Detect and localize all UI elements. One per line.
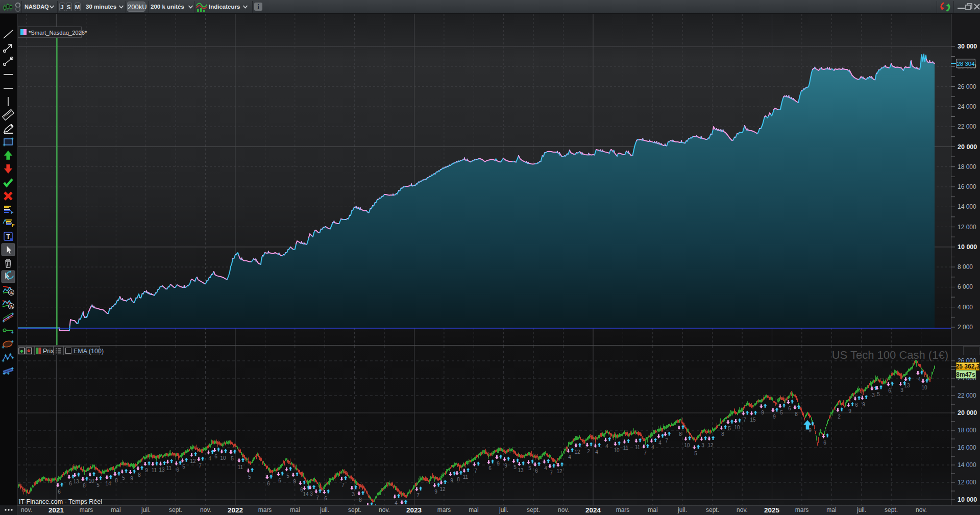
svg-text:Prix: Prix	[43, 348, 54, 355]
svg-text:9: 9	[293, 479, 296, 484]
svg-text:7: 7	[416, 493, 420, 498]
svg-text:2 000: 2 000	[958, 324, 973, 331]
svg-text:US Tech 100 Cash (1€): US Tech 100 Cash (1€)	[832, 349, 948, 361]
svg-text:12: 12	[439, 486, 446, 492]
svg-text:3: 3	[310, 491, 313, 497]
svg-text:12: 12	[574, 449, 580, 455]
svg-text:8: 8	[359, 497, 362, 503]
svg-text:7: 7	[474, 468, 477, 474]
svg-text:5: 5	[780, 410, 783, 415]
svg-text:4: 4	[918, 377, 921, 382]
svg-text:24 000: 24 000	[958, 103, 976, 110]
svg-text:5: 5	[182, 464, 185, 470]
svg-text:22 000: 22 000	[958, 123, 976, 130]
svg-text:25 362,3: 25 362,3	[956, 363, 980, 370]
svg-text:12: 12	[190, 458, 196, 464]
svg-text:14: 14	[105, 481, 111, 486]
svg-text:4: 4	[605, 444, 608, 449]
svg-text:16 000: 16 000	[958, 183, 976, 190]
svg-text:9: 9	[862, 402, 865, 407]
svg-text:*Smart_Nasdaq_2026*: *Smart_Nasdaq_2026*	[29, 30, 87, 36]
svg-text:9: 9	[450, 478, 453, 483]
svg-text:10: 10	[88, 478, 94, 484]
svg-text:8: 8	[83, 483, 86, 488]
svg-text:8: 8	[795, 411, 798, 417]
svg-text:5: 5	[248, 474, 251, 480]
svg-text:13: 13	[904, 383, 910, 388]
svg-text:8: 8	[115, 478, 118, 483]
svg-text:4: 4	[568, 454, 571, 460]
svg-text:10 000: 10 000	[958, 496, 977, 503]
svg-text:5: 5	[877, 391, 880, 397]
svg-text:6 000: 6 000	[958, 283, 973, 290]
svg-text:IA: IA	[10, 305, 13, 308]
svg-text:6: 6	[176, 467, 179, 473]
svg-text:4: 4	[658, 440, 662, 446]
svg-text:5: 5	[96, 482, 100, 488]
svg-text:F: F	[11, 210, 14, 215]
svg-text:4: 4	[208, 456, 211, 461]
svg-text:2: 2	[587, 449, 590, 454]
svg-text:6: 6	[823, 440, 826, 446]
svg-text:4: 4	[595, 449, 598, 455]
svg-text:8 000: 8 000	[958, 263, 973, 271]
svg-text:6: 6	[69, 481, 72, 486]
svg-text:10: 10	[921, 385, 927, 390]
svg-text:3: 3	[701, 443, 704, 448]
svg-text:7: 7	[199, 463, 202, 469]
svg-text:IT-Finance.com - Temps Réel: IT-Finance.com - Temps Réel	[19, 498, 102, 505]
svg-text:5: 5	[694, 451, 697, 456]
svg-text:10: 10	[734, 425, 740, 430]
svg-text:8: 8	[457, 477, 460, 482]
svg-text:14: 14	[303, 492, 309, 497]
svg-text:28 304: 28 304	[957, 61, 975, 67]
svg-text:6: 6	[788, 406, 791, 411]
svg-text:5: 5	[528, 465, 531, 471]
svg-text:11: 11	[238, 464, 243, 470]
svg-text:11: 11	[166, 465, 172, 471]
svg-text:3: 3	[352, 492, 355, 497]
svg-text:7: 7	[316, 495, 319, 501]
svg-text:16 000: 16 000	[958, 444, 976, 451]
svg-text:26 000: 26 000	[958, 83, 976, 90]
svg-text:20 000: 20 000	[958, 409, 977, 416]
svg-text:8: 8	[138, 472, 141, 478]
svg-text:12: 12	[707, 443, 714, 448]
svg-text:6: 6	[267, 481, 270, 486]
svg-text:20 000: 20 000	[958, 143, 977, 151]
svg-text:5: 5	[286, 473, 289, 479]
svg-text:11: 11	[463, 474, 469, 480]
svg-text:4: 4	[651, 445, 654, 450]
svg-text:9: 9	[497, 461, 500, 467]
svg-text:7: 7	[743, 417, 746, 423]
svg-text:11: 11	[635, 445, 641, 450]
svg-text:22 000: 22 000	[958, 392, 976, 399]
svg-text:9: 9	[434, 489, 437, 495]
svg-text:10: 10	[220, 455, 226, 461]
svg-text:10: 10	[684, 443, 690, 448]
svg-text:9: 9	[145, 468, 148, 473]
svg-text:IA: IA	[10, 291, 13, 295]
svg-text:6: 6	[278, 478, 281, 483]
svg-text:7: 7	[644, 450, 647, 456]
svg-text:F: F	[12, 223, 15, 228]
svg-text:30 000: 30 000	[958, 43, 977, 50]
svg-text:12 000: 12 000	[958, 479, 976, 486]
svg-text:3: 3	[900, 387, 903, 393]
svg-text:6: 6	[488, 465, 492, 471]
svg-text:13: 13	[518, 468, 524, 473]
svg-text:EMA (100): EMA (100)	[74, 348, 104, 355]
svg-text:5: 5	[122, 475, 125, 481]
svg-text:9: 9	[504, 463, 507, 469]
svg-text:5: 5	[231, 456, 234, 461]
svg-text:4 000: 4 000	[958, 304, 973, 311]
svg-text:6: 6	[888, 388, 891, 394]
svg-text:9: 9	[848, 408, 851, 414]
svg-text:18 000: 18 000	[958, 163, 976, 170]
svg-text:6: 6	[855, 402, 858, 408]
svg-text:8: 8	[721, 431, 724, 437]
svg-text:7: 7	[341, 482, 345, 488]
svg-text:T: T	[6, 233, 10, 240]
svg-text:12: 12	[556, 469, 562, 474]
svg-text:10 000: 10 000	[958, 243, 977, 251]
